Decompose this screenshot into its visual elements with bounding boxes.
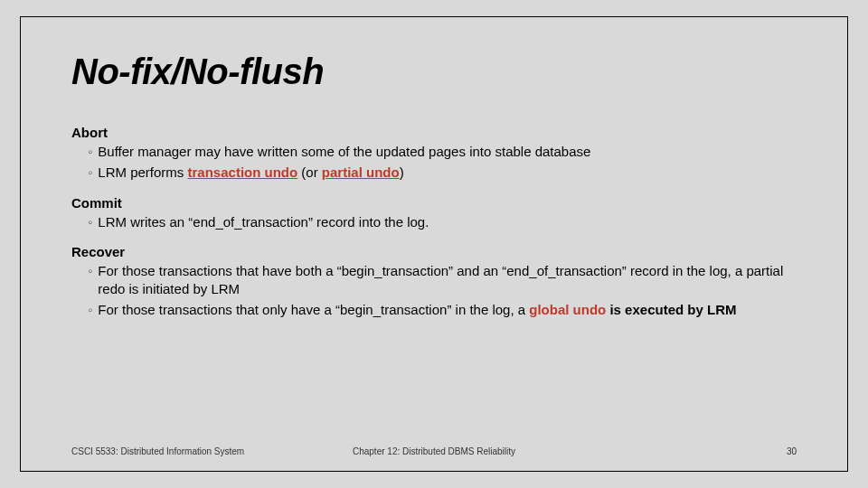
slide-footer: CSCI 5533: Distributed Information Syste… bbox=[71, 446, 797, 456]
emphasis-transaction-undo: transaction undo bbox=[188, 164, 298, 180]
bullet-mark-icon: ◦ bbox=[88, 213, 92, 231]
text-fragment: is executed by LRM bbox=[606, 302, 736, 317]
text-fragment: (or bbox=[297, 164, 322, 180]
bullet-text: Buffer manager may have written some of … bbox=[98, 143, 797, 161]
footer-left: CSCI 5533: Distributed Information Syste… bbox=[71, 446, 244, 456]
slide-title: No-fix/No-flush bbox=[71, 52, 797, 92]
slide-frame: No-fix/No-flush Abort ◦ Buffer manager m… bbox=[20, 16, 848, 472]
section-head-commit: Commit bbox=[71, 195, 797, 211]
bullet-commit-1: ◦ LRM writes an “end_of_transaction” rec… bbox=[88, 213, 797, 231]
bullet-text: LRM performs transaction undo (or partia… bbox=[98, 164, 797, 182]
footer-center: Chapter 12: Distributed DBMS Reliability bbox=[353, 446, 515, 456]
bullet-text: LRM writes an “end_of_transaction” recor… bbox=[98, 213, 797, 231]
bullet-mark-icon: ◦ bbox=[88, 164, 92, 182]
emphasis-partial-undo: partial undo bbox=[322, 164, 400, 180]
bullet-mark-icon: ◦ bbox=[88, 301, 92, 319]
section-head-abort: Abort bbox=[71, 125, 797, 140]
bullet-abort-1: ◦ Buffer manager may have written some o… bbox=[88, 143, 797, 161]
footer-page-number: 30 bbox=[787, 446, 797, 456]
emphasis-global-undo: global undo bbox=[529, 302, 606, 317]
bullet-mark-icon: ◦ bbox=[88, 143, 92, 161]
bullet-recover-2: ◦ For those transactions that only have … bbox=[88, 301, 797, 319]
text-fragment: For those transactions that only have a … bbox=[98, 302, 529, 317]
bullet-text: For those transactions that have both a … bbox=[98, 262, 797, 299]
text-fragment: LRM performs bbox=[98, 164, 187, 180]
bullet-text: For those transactions that only have a … bbox=[98, 301, 797, 319]
bullet-recover-1: ◦ For those transactions that have both … bbox=[88, 262, 797, 299]
text-fragment: ) bbox=[400, 164, 404, 180]
bullet-mark-icon: ◦ bbox=[88, 262, 92, 280]
section-head-recover: Recover bbox=[71, 244, 797, 259]
bullet-abort-2: ◦ LRM performs transaction undo (or part… bbox=[88, 164, 797, 182]
